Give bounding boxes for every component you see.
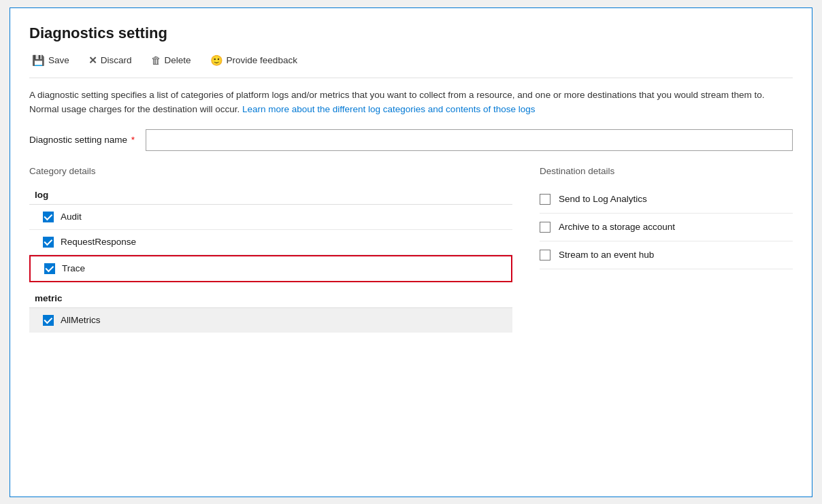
page-container: Diagnostics setting 💾 Save ✕ Discard 🗑 D… — [10, 7, 812, 497]
category-section-title: Category details — [29, 166, 512, 176]
save-button[interactable]: 💾 Save — [29, 53, 72, 68]
storage-checkbox[interactable] — [540, 222, 550, 233]
setting-name-label-text: Diagnostic setting name — [29, 135, 127, 145]
metric-section: metric AllMetrics — [29, 289, 512, 333]
destination-details-panel: Destination details Send to Log Analytic… — [533, 166, 793, 333]
save-label: Save — [48, 55, 69, 65]
log-item-requestresponse: RequestResponse — [29, 230, 512, 255]
two-col-layout: Category details log Audit RequestRespon… — [29, 166, 793, 333]
dest-item-event-hub: Stream to an event hub — [540, 241, 793, 269]
discard-icon: ✕ — [88, 54, 97, 67]
delete-button[interactable]: 🗑 Delete — [148, 53, 194, 67]
category-details-panel: Category details log Audit RequestRespon… — [29, 166, 533, 333]
setting-name-label: Diagnostic setting name * — [29, 135, 135, 145]
log-item-audit: Audit — [29, 205, 512, 230]
learn-more-text: Learn more about the different log categ… — [242, 104, 536, 114]
metric-item-allmetrics: AllMetrics — [29, 308, 512, 333]
trace-label: Trace — [62, 263, 85, 273]
discard-button[interactable]: ✕ Discard — [86, 53, 135, 68]
feedback-icon: 🙂 — [210, 54, 223, 67]
setting-name-input[interactable] — [146, 129, 793, 151]
dest-item-storage: Archive to a storage account — [540, 214, 793, 241]
allmetrics-label: AllMetrics — [61, 315, 101, 325]
log-analytics-checkbox[interactable] — [540, 194, 550, 205]
description-text: A diagnostic setting specifies a list of… — [29, 88, 778, 117]
requestresponse-checkbox[interactable] — [43, 237, 54, 248]
learn-more-link[interactable]: Learn more about the different log categ… — [242, 104, 536, 114]
metric-section-label: metric — [29, 289, 512, 308]
delete-icon: 🗑 — [151, 54, 161, 66]
feedback-label: Provide feedback — [227, 55, 297, 65]
allmetrics-checkbox[interactable] — [43, 315, 54, 326]
discard-label: Discard — [101, 55, 132, 65]
page-title: Diagnostics setting — [29, 24, 793, 42]
trace-checkbox[interactable] — [44, 263, 55, 274]
log-section-label: log — [29, 186, 512, 205]
event-hub-checkbox[interactable] — [540, 250, 550, 261]
save-icon: 💾 — [32, 54, 45, 67]
log-item-trace: Trace — [29, 255, 512, 282]
audit-label: Audit — [61, 212, 82, 222]
dest-item-log-analytics: Send to Log Analytics — [540, 186, 793, 214]
required-indicator: * — [131, 135, 135, 145]
log-section: log Audit RequestResponse Trace — [29, 186, 512, 282]
audit-checkbox[interactable] — [43, 212, 54, 222]
event-hub-label: Stream to an event hub — [559, 250, 654, 260]
delete-label: Delete — [165, 55, 191, 65]
destination-section-title: Destination details — [540, 166, 793, 176]
setting-name-row: Diagnostic setting name * — [29, 129, 793, 151]
log-analytics-label: Send to Log Analytics — [559, 194, 647, 204]
feedback-button[interactable]: 🙂 Provide feedback — [208, 53, 300, 68]
toolbar: 💾 Save ✕ Discard 🗑 Delete 🙂 Provide feed… — [29, 53, 793, 78]
storage-label: Archive to a storage account — [559, 222, 675, 232]
requestresponse-label: RequestResponse — [61, 237, 136, 247]
